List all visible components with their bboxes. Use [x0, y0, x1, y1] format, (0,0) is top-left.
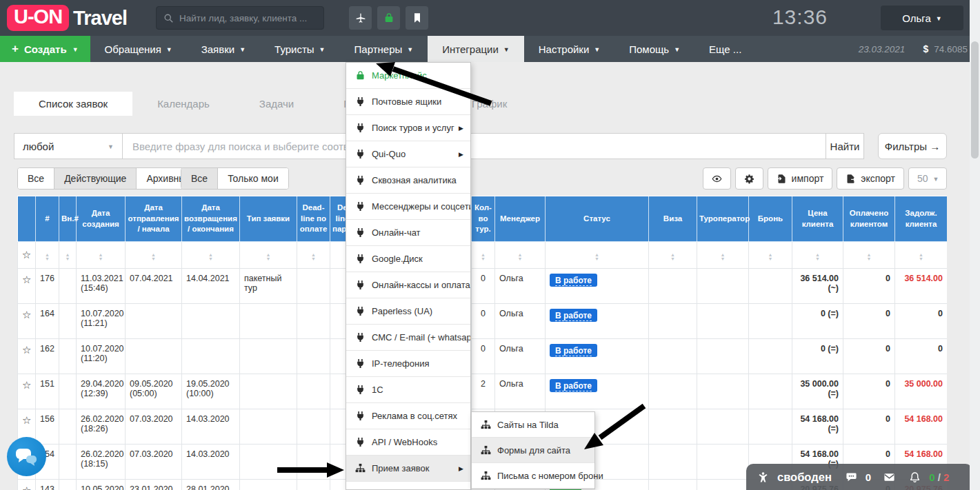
favorite-star-icon[interactable]: ☆: [22, 274, 31, 285]
cell-num[interactable]: 176: [36, 269, 59, 304]
favorite-star-icon[interactable]: ☆: [22, 344, 31, 356]
marketplace-button[interactable]: [377, 6, 400, 30]
dropdown-menu-item[interactable]: Qui-Quo ▶: [346, 141, 470, 167]
filter-only-mine-button[interactable]: Только мои: [218, 168, 288, 189]
tab[interactable]: Задачи: [234, 92, 319, 116]
table-row[interactable]: ☆ 164 10.07.2020 (11:21) 0 Ольга В работ…: [18, 304, 948, 339]
nav-item[interactable]: Заявки ▼: [187, 36, 260, 62]
sort-icon[interactable]: ▲▼: [670, 253, 675, 261]
nav-item[interactable]: Настройки ▼: [524, 36, 614, 62]
favorite-star-icon[interactable]: ☆: [22, 484, 31, 490]
create-button[interactable]: + Создать ▼: [0, 36, 90, 62]
favorite-star-icon[interactable]: ☆: [22, 249, 31, 261]
sort-icon[interactable]: ▲▼: [768, 253, 773, 261]
submenu-item[interactable]: Формы для сайта: [472, 438, 594, 463]
bell-icon[interactable]: [909, 471, 921, 483]
currency-rate[interactable]: $74.6085: [923, 43, 968, 54]
nav-item[interactable]: Партнеры ▼: [340, 36, 428, 62]
dropdown-menu-item[interactable]: 1С ▶: [346, 377, 470, 403]
col-deadline-pay[interactable]: Dead-line по оплате: [297, 196, 330, 242]
flights-button[interactable]: [349, 6, 372, 30]
scrollbar-thumb[interactable]: [971, 41, 979, 159]
chat-bubble-icon[interactable]: [846, 471, 857, 483]
dropdown-menu-item[interactable]: Сквозная аналитика ▶: [346, 167, 470, 194]
col-visa[interactable]: Виза: [649, 196, 697, 242]
col-departure[interactable]: Дата отправления / начала: [126, 196, 182, 242]
sort-icon[interactable]: ▲▼: [66, 253, 70, 261]
col-created[interactable]: Дата создания: [77, 196, 126, 242]
dropdown-menu-item[interactable]: Поиск туров и услуг ▶: [346, 115, 470, 141]
sort-icon[interactable]: ▲▼: [919, 253, 923, 261]
favorite-star-icon[interactable]: ☆: [22, 379, 31, 391]
sort-icon[interactable]: ▲▼: [518, 253, 523, 261]
page-scrollbar[interactable]: [970, 0, 980, 490]
dropdown-menu-item[interactable]: СМС / E-mail (+ whatsapp) ▶: [346, 325, 470, 351]
col-paid[interactable]: Оплачено клиентом: [843, 196, 895, 242]
filter-all-button[interactable]: Все: [18, 168, 54, 189]
import-button[interactable]: импорт: [768, 167, 833, 190]
status-badge[interactable]: В работе: [550, 379, 597, 392]
sort-icon[interactable]: ▲▼: [208, 253, 213, 261]
filter-all-mine-button[interactable]: Все: [181, 168, 218, 189]
nav-item[interactable]: Обращения ▼: [90, 36, 187, 62]
sort-icon[interactable]: ▲▼: [266, 253, 271, 261]
dropdown-menu-item[interactable]: Онлайн-чат ▶: [346, 220, 470, 246]
view-button[interactable]: [703, 167, 731, 190]
col-num[interactable]: #: [36, 196, 59, 242]
user-menu-button[interactable]: Ольга ▼: [881, 6, 963, 30]
cell-num[interactable]: 164: [36, 304, 59, 339]
find-button[interactable]: Найти: [826, 133, 864, 159]
dropdown-menu-item[interactable]: Мессенджеры и соцсети ▶: [346, 194, 470, 220]
col-vn[interactable]: Вн.#: [59, 196, 77, 242]
table-row[interactable]: ☆ 162 10.07.2020 (11:20) 0 Ольга В работ…: [18, 339, 948, 374]
page-size-select[interactable]: 50 ▼: [908, 167, 947, 190]
app-logo[interactable]: U-ON Travel: [7, 5, 127, 31]
sort-icon[interactable]: ▲▼: [99, 253, 103, 261]
global-search-input[interactable]: [179, 13, 317, 23]
cell-num[interactable]: 156: [36, 409, 59, 445]
nav-item[interactable]: Помощь ▼: [614, 36, 694, 62]
tab[interactable]: Список заявок: [14, 92, 132, 116]
dropdown-menu-item[interactable]: Реклама в соц.сетях ▶: [346, 403, 470, 429]
dropdown-menu-item[interactable]: Маркетплейс ▶: [346, 63, 470, 89]
submenu-item[interactable]: Сайты на Tilda: [472, 412, 594, 438]
sort-icon[interactable]: ▲▼: [481, 253, 486, 261]
cell-num[interactable]: 143: [36, 480, 59, 490]
tab[interactable]: Календарь: [132, 92, 234, 116]
nav-item[interactable]: Туристы ▼: [260, 36, 339, 62]
nav-item[interactable]: Интеграции ▼: [428, 36, 524, 62]
col-booking[interactable]: Бронь: [749, 196, 792, 242]
favorite-star-icon[interactable]: ☆: [22, 309, 31, 320]
col-debt[interactable]: Задолж. клиента: [895, 196, 948, 242]
sort-icon[interactable]: ▲▼: [45, 253, 50, 261]
sort-icon[interactable]: ▲▼: [815, 253, 820, 261]
status-badge[interactable]: В работе: [550, 344, 597, 357]
cell-num[interactable]: 162: [36, 339, 59, 374]
col-manager[interactable]: Менеджер: [495, 196, 546, 242]
bookmarks-button[interactable]: [406, 6, 428, 30]
search-type-select[interactable]: любой ▼: [14, 133, 123, 159]
table-row[interactable]: ☆ 151 29.04.2020 (12:39) 09.05.2020 (05:…: [18, 374, 948, 409]
col-qty[interactable]: Кол-во тур.: [472, 196, 495, 242]
dropdown-menu-item[interactable]: Прием заявок ▶: [346, 456, 470, 482]
sort-icon[interactable]: ▲▼: [594, 253, 599, 261]
dropdown-menu-item[interactable]: Онлайн-кассы и оплата ▶: [346, 272, 470, 298]
table-row[interactable]: ☆ 176 11.03.2021 (15:46) 07.04.2021 14.0…: [18, 269, 948, 304]
dropdown-menu-item[interactable]: Google.Диск ▶: [346, 246, 470, 272]
nav-item[interactable]: Еще ... ▼: [694, 36, 756, 62]
envelope-icon[interactable]: [883, 471, 895, 483]
sort-icon[interactable]: ▲▼: [311, 253, 316, 261]
filter-active-button[interactable]: Действующие: [54, 168, 137, 189]
status-badge[interactable]: В работе: [550, 309, 597, 322]
col-return[interactable]: Дата возвращения / окончания: [182, 196, 240, 242]
dropdown-menu-item[interactable]: API / WebHooks ▶: [346, 429, 470, 456]
status-badge[interactable]: В работе: [550, 274, 597, 287]
col-operator[interactable]: Туроператор: [697, 196, 749, 242]
agent-status[interactable]: свободен: [777, 471, 832, 484]
col-price[interactable]: Цена клиента: [792, 196, 843, 242]
submenu-item[interactable]: Письма с номером брони: [472, 463, 594, 489]
support-chat-button[interactable]: [7, 437, 46, 476]
global-search[interactable]: [156, 6, 324, 30]
filters-button[interactable]: Фильтры →: [878, 133, 947, 159]
col-status[interactable]: Статус: [546, 196, 649, 242]
